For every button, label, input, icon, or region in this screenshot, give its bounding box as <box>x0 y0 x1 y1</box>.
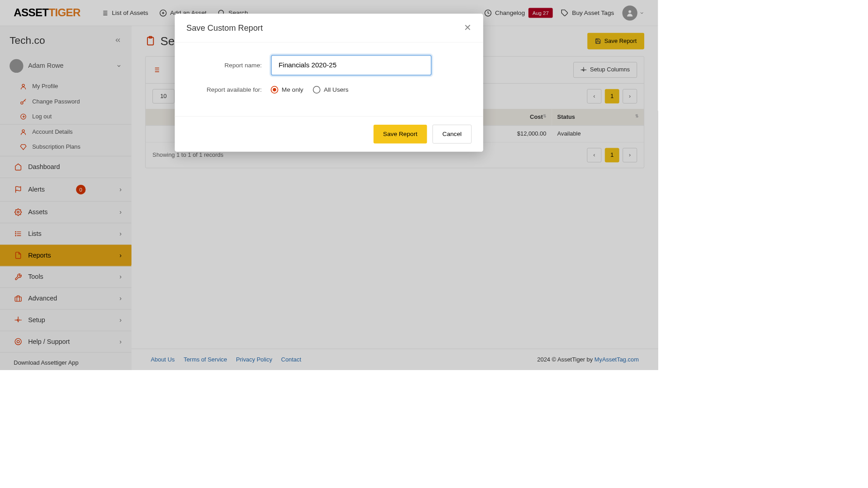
radio-label: Me only <box>282 86 303 94</box>
availability-label: Report available for: <box>189 86 271 94</box>
save-report-modal: Save Custom Report ✕ Report name: Report… <box>175 14 483 151</box>
modal-save-button[interactable]: Save Report <box>373 125 427 144</box>
report-name-input[interactable] <box>271 55 432 75</box>
radio-icon <box>271 86 278 94</box>
radio-all-users[interactable]: All Users <box>313 86 349 94</box>
radio-me-only[interactable]: Me only <box>271 86 303 94</box>
radio-label: All Users <box>324 86 349 94</box>
radio-icon <box>313 86 321 94</box>
close-icon: ✕ <box>464 23 472 33</box>
modal-close-button[interactable]: ✕ <box>464 23 472 33</box>
modal-overlay: Save Custom Report ✕ Report name: Report… <box>0 0 658 370</box>
report-name-label: Report name: <box>189 61 271 69</box>
modal-title: Save Custom Report <box>186 23 263 33</box>
modal-cancel-button[interactable]: Cancel <box>433 125 472 144</box>
